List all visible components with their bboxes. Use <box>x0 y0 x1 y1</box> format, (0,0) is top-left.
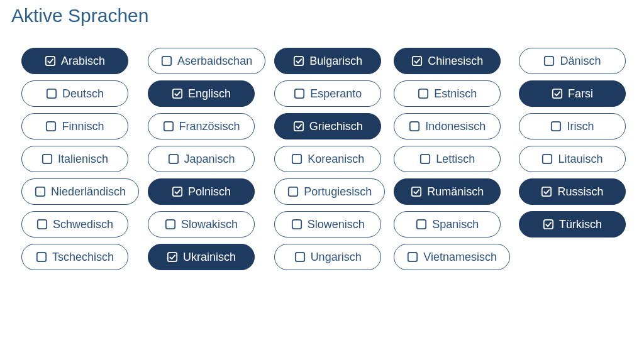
language-label: Chinesisch <box>428 55 483 68</box>
language-chip-japanisch[interactable]: Japanisch <box>148 146 255 172</box>
svg-rect-6 <box>173 89 182 98</box>
language-chip-polnisch[interactable]: Polnisch <box>148 178 255 205</box>
svg-rect-9 <box>553 89 562 98</box>
language-chip-estnisch[interactable]: Estnisch <box>394 80 501 107</box>
language-chip-finnisch[interactable]: Finnisch <box>21 113 128 139</box>
svg-rect-14 <box>552 122 560 131</box>
language-chip-indonesisch[interactable]: Indonesisch <box>394 113 501 139</box>
language-chip-englisch[interactable]: Englisch <box>148 80 255 107</box>
language-label: Estnisch <box>434 87 477 101</box>
language-label: Deutsch <box>62 87 104 101</box>
checkbox-empty-icon <box>36 251 47 263</box>
svg-rect-30 <box>37 253 46 261</box>
language-label: Japanisch <box>184 153 235 166</box>
language-label: Spanisch <box>432 218 479 231</box>
language-chip-italienisch[interactable]: Italienisch <box>21 146 128 172</box>
svg-rect-17 <box>292 155 301 163</box>
checkbox-empty-icon <box>291 153 303 165</box>
checkbox-checked-icon <box>45 55 56 67</box>
language-chip-irisch[interactable]: Irisch <box>519 113 626 139</box>
language-label: Arabisch <box>61 55 105 68</box>
language-chip-griechisch[interactable]: Griechisch <box>274 113 381 139</box>
language-chip-arabisch[interactable]: Arabisch <box>21 48 128 74</box>
checkbox-checked-icon <box>293 55 304 67</box>
checkbox-empty-icon <box>42 153 53 165</box>
language-label: Schwedisch <box>53 218 113 231</box>
svg-rect-18 <box>421 155 430 163</box>
checkbox-checked-icon <box>552 88 563 99</box>
svg-rect-12 <box>294 122 303 131</box>
svg-rect-11 <box>164 122 172 131</box>
checkbox-empty-icon <box>161 55 172 67</box>
checkbox-empty-icon <box>45 121 57 132</box>
language-label: Slowenisch <box>308 218 365 231</box>
language-label: Farsi <box>568 87 593 101</box>
language-chip-niederlaendisch[interactable]: Niederländisch <box>21 178 139 205</box>
language-chip-rumaenisch[interactable]: Rumänisch <box>394 178 501 205</box>
svg-rect-16 <box>169 155 177 163</box>
checkbox-checked-icon <box>293 121 304 132</box>
checkbox-empty-icon <box>541 153 553 165</box>
checkbox-checked-icon <box>543 219 554 230</box>
language-chip-deutsch[interactable]: Deutsch <box>21 80 128 107</box>
svg-rect-13 <box>410 122 419 131</box>
language-label: Italienisch <box>58 153 108 166</box>
svg-rect-32 <box>295 253 304 261</box>
language-label: Aserbaidschan <box>177 55 252 68</box>
language-chip-ungarisch[interactable]: Ungarisch <box>274 244 381 270</box>
language-label: Portugiesisch <box>304 185 372 199</box>
language-chip-slowenisch[interactable]: Slowenisch <box>274 211 381 238</box>
svg-rect-28 <box>417 220 426 229</box>
checkbox-empty-icon <box>168 153 179 165</box>
language-chip-vietnamesisch[interactable]: Vietnamesisch <box>394 244 510 270</box>
language-label: Russisch <box>557 185 603 199</box>
language-chip-spanisch[interactable]: Spanisch <box>394 211 501 238</box>
svg-rect-26 <box>166 220 175 229</box>
svg-rect-20 <box>36 187 45 196</box>
language-chip-portugiesisch[interactable]: Portugiesisch <box>274 178 385 205</box>
language-label: Bulgarisch <box>309 55 362 68</box>
language-grid: ArabischAserbaidschanBulgarischChinesisc… <box>13 41 635 276</box>
checkbox-checked-icon <box>541 186 552 197</box>
language-chip-ukrainisch[interactable]: Ukrainisch <box>148 244 255 270</box>
checkbox-checked-icon <box>167 251 178 263</box>
language-chip-russisch[interactable]: Russisch <box>519 178 626 205</box>
language-label: Koreanisch <box>308 153 364 166</box>
svg-rect-24 <box>542 187 551 196</box>
svg-rect-21 <box>173 187 182 196</box>
language-chip-farsi[interactable]: Farsi <box>519 80 626 107</box>
language-chip-litauisch[interactable]: Litauisch <box>519 146 626 172</box>
language-chip-esperanto[interactable]: Esperanto <box>274 80 381 107</box>
language-chip-chinesisch[interactable]: Chinesisch <box>394 48 501 74</box>
checkbox-empty-icon <box>294 251 306 263</box>
language-label: Ukrainisch <box>183 251 236 264</box>
svg-rect-33 <box>408 253 417 261</box>
checkbox-empty-icon <box>409 121 420 132</box>
language-chip-tuerkisch[interactable]: Türkisch <box>519 211 626 238</box>
checkbox-empty-icon <box>543 55 555 67</box>
language-label: Lettisch <box>436 153 475 166</box>
language-chip-daenisch[interactable]: Dänisch <box>519 48 626 74</box>
language-chip-koreanisch[interactable]: Koreanisch <box>274 146 381 172</box>
language-chip-aserbaidschan[interactable]: Aserbaidschan <box>148 48 265 74</box>
svg-rect-27 <box>292 220 301 229</box>
checkbox-empty-icon <box>291 219 303 230</box>
checkbox-empty-icon <box>36 219 48 230</box>
language-chip-lettisch[interactable]: Lettisch <box>394 146 501 172</box>
checkbox-empty-icon <box>550 121 562 132</box>
language-chip-franzoesisch[interactable]: Französisch <box>148 113 255 139</box>
checkbox-checked-icon <box>411 55 423 67</box>
page-title: Aktive Sprachen <box>11 5 634 26</box>
language-chip-bulgarisch[interactable]: Bulgarisch <box>274 48 381 74</box>
language-label: Griechisch <box>309 120 363 133</box>
checkbox-empty-icon <box>46 88 57 99</box>
language-chip-slowakisch[interactable]: Slowakisch <box>148 211 255 238</box>
svg-rect-22 <box>289 187 297 196</box>
svg-rect-7 <box>295 89 304 98</box>
language-chip-tschechisch[interactable]: Tschechisch <box>21 244 128 270</box>
checkbox-empty-icon <box>163 121 174 132</box>
language-chip-schwedisch[interactable]: Schwedisch <box>21 211 128 238</box>
checkbox-empty-icon <box>287 186 299 197</box>
checkbox-empty-icon <box>294 88 305 99</box>
language-label: Ungarisch <box>311 251 362 264</box>
